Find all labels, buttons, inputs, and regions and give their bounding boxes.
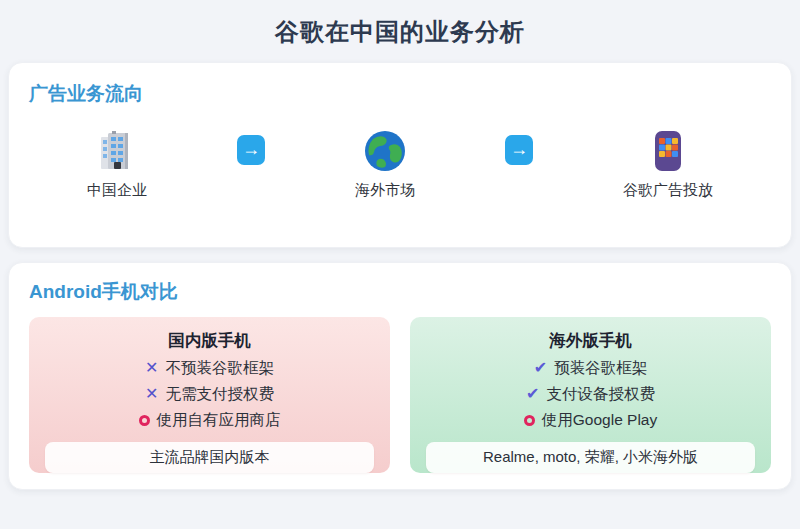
cross-icon: ✕ [145,355,158,381]
ad-flow-diagram: 中国企业 → 海外市场 → [29,107,771,200]
flow-arrow-icon: → [237,135,265,165]
page-title: 谷歌在中国的业务分析 [0,0,800,48]
feature-row: 使用Google Play [426,407,755,433]
ring-icon [139,415,150,426]
flow-node-china-company: 中国企业 [87,129,147,200]
ad-flow-card: 广告业务流向 [8,62,792,248]
feature-text: 不预装谷歌框架 [165,355,274,381]
panel-title: 国内版手机 [45,330,374,352]
building-icon [95,129,139,173]
feature-row: ✔ 支付设备授权费 [426,381,755,407]
panel-title: 海外版手机 [426,330,755,352]
android-compare-card: Android手机对比 国内版手机 ✕ 不预装谷歌框架 ✕ 无需支付授权费 使用… [8,262,792,490]
panel-overseas-phones: 海外版手机 ✔ 预装谷歌框架 ✔ 支付设备授权费 使用Google Play R… [410,317,771,473]
ring-icon [524,415,535,426]
check-icon: ✔ [526,381,539,407]
check-icon: ✔ [534,355,547,381]
android-compare-heading: Android手机对比 [29,279,771,305]
feature-row: ✕ 不预装谷歌框架 [45,355,374,381]
panel-footer-badge: 主流品牌国内版本 [45,442,374,473]
panel-footer-badge: Realme, moto, 荣耀, 小米海外版 [426,442,755,473]
feature-row: 使用自有应用商店 [45,407,374,433]
feature-row: ✕ 无需支付授权费 [45,381,374,407]
flow-node-google-ads: 谷歌广告投放 [623,129,713,200]
feature-text: 预装谷歌框架 [554,355,647,381]
compare-grid: 国内版手机 ✕ 不预装谷歌框架 ✕ 无需支付授权费 使用自有应用商店 主流品牌国… [29,317,771,473]
feature-text: 支付设备授权费 [546,381,655,407]
globe-icon [363,129,407,173]
flow-node-label: 谷歌广告投放 [623,181,713,200]
feature-text: 使用Google Play [542,407,657,433]
flow-arrow-icon: → [505,135,533,165]
feature-row: ✔ 预装谷歌框架 [426,355,755,381]
feature-text: 使用自有应用商店 [157,407,281,433]
flow-node-overseas-market: 海外市场 [355,129,415,200]
cross-icon: ✕ [145,381,158,407]
panel-domestic-phones: 国内版手机 ✕ 不预装谷歌框架 ✕ 无需支付授权费 使用自有应用商店 主流品牌国… [29,317,390,473]
ad-flow-heading: 广告业务流向 [29,81,771,107]
feature-text: 无需支付授权费 [165,381,274,407]
phone-icon [646,129,690,173]
flow-node-label: 中国企业 [87,181,147,200]
flow-node-label: 海外市场 [355,181,415,200]
